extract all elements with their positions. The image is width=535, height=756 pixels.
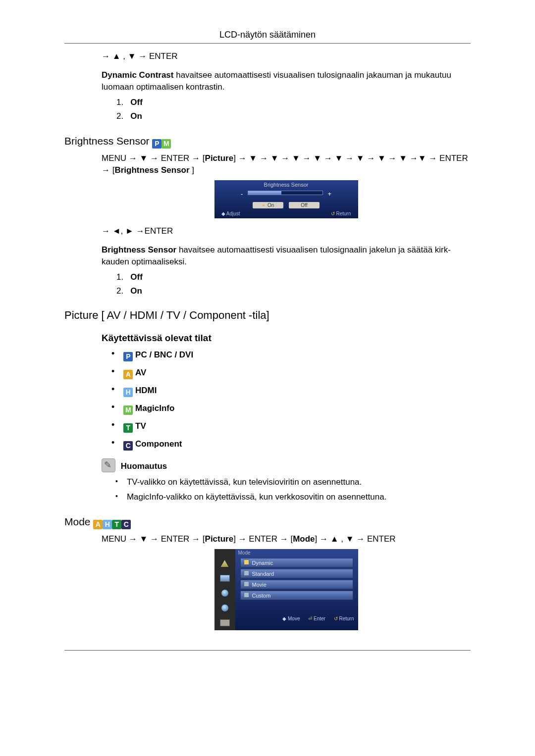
c-icon: C bbox=[123, 441, 133, 451]
mode-item-hdmi: H HDMI bbox=[111, 384, 471, 397]
header-rule bbox=[64, 43, 471, 44]
note-heading: Huomautus bbox=[102, 458, 471, 472]
brightness-sensor-heading: Brightness Sensor PM bbox=[64, 135, 471, 149]
h-icon: H bbox=[103, 520, 112, 529]
picture-heading: Picture [ AV / HDMI / TV / Component -ti… bbox=[64, 309, 471, 322]
footer-rule bbox=[64, 650, 471, 651]
osd-footer: ◆ Move ⏎ Enter ↺ Return bbox=[235, 614, 358, 623]
brightness-path: MENU → ▼ → ENTER → [Picture] → ▼ → ▼ → ▼… bbox=[102, 152, 471, 176]
osd-option-standard: Standard bbox=[240, 569, 353, 578]
osd-option-movie: Movie bbox=[240, 580, 353, 589]
document-page: LCD-näytön säätäminen → ▲ , ▼ → ENTER Dy… bbox=[0, 0, 535, 756]
side-icon bbox=[220, 575, 230, 582]
osd-option-dynamic: Dynamic bbox=[240, 558, 353, 567]
note-item: TV-valikko on käytettävissä, kun televis… bbox=[115, 477, 471, 487]
note-icon bbox=[102, 458, 115, 472]
p-icon: P bbox=[152, 139, 161, 149]
list-item: 2. On bbox=[116, 286, 471, 296]
p-icon: P bbox=[123, 352, 133, 361]
mode-item-pc: P PC / BNC / DVI bbox=[111, 349, 471, 361]
side-icon bbox=[221, 605, 228, 611]
osd-on-button: ►On bbox=[253, 202, 283, 208]
osd-title: Brightness Sensor bbox=[214, 180, 358, 189]
nav-sequence-2: → ◄, ► →ENTER bbox=[102, 225, 471, 237]
c-icon: C bbox=[121, 520, 131, 529]
a-icon: A bbox=[123, 370, 133, 379]
side-icon bbox=[220, 619, 230, 626]
mode-path: MENU → ▼ → ENTER → [Picture] → ENTER → [… bbox=[102, 533, 471, 545]
dynamic-contrast-bold: Dynamic Contrast bbox=[102, 70, 173, 80]
brightness-list: 1. Off 2. On bbox=[116, 272, 471, 296]
brightness-osd: Brightness Sensor - + ►On Off ◆ Adjust ↺… bbox=[214, 180, 358, 218]
side-icon bbox=[221, 560, 229, 567]
osd-option-custom: Custom bbox=[240, 591, 353, 600]
a-icon: A bbox=[93, 520, 103, 529]
note-item: MagicInfo-valikko on käytettävissä, kun … bbox=[115, 492, 471, 502]
dynamic-contrast-paragraph: Dynamic Contrast havaitsee automaattises… bbox=[102, 69, 471, 93]
osd-off-button: Off bbox=[289, 202, 320, 208]
nav-sequence-1: → ▲ , ▼ → ENTER bbox=[102, 50, 471, 62]
mode-item-magicinfo: M MagicInfo bbox=[111, 402, 471, 415]
m-icon: M bbox=[161, 139, 171, 149]
osd-side-icons bbox=[214, 549, 235, 630]
t-icon: T bbox=[123, 423, 133, 433]
t-icon: T bbox=[112, 520, 121, 529]
m-icon: M bbox=[123, 405, 133, 415]
mode-heading: Mode AHTC bbox=[64, 516, 471, 529]
osd-mode-head: Mode bbox=[235, 549, 358, 556]
list-item: 2. On bbox=[116, 111, 471, 121]
list-item: 1. Off bbox=[116, 272, 471, 282]
available-modes-heading: Käytettävissä olevat tilat bbox=[102, 333, 471, 344]
list-item: 1. Off bbox=[116, 98, 471, 107]
dynamic-contrast-list: 1. Off 2. On bbox=[116, 98, 471, 121]
osd-slider: - + bbox=[214, 189, 358, 200]
mode-item-component: C Component bbox=[111, 438, 471, 451]
side-icon bbox=[221, 590, 228, 597]
mode-osd: Mode Dynamic Standard Movie Custom ◆ Mov… bbox=[214, 549, 358, 630]
mode-item-av: A AV bbox=[111, 366, 471, 379]
brightness-description: Brightness Sensor havaitsee automaattise… bbox=[102, 244, 471, 268]
osd-return-label: ↺ Return bbox=[331, 211, 351, 216]
mode-item-tv: T TV bbox=[111, 420, 471, 433]
h-icon: H bbox=[123, 388, 133, 397]
page-header: LCD-näytön säätäminen bbox=[64, 30, 471, 40]
osd-adjust-label: ◆ Adjust bbox=[221, 211, 240, 216]
